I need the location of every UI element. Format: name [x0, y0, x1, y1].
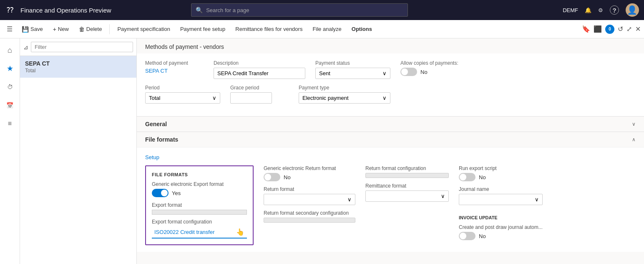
bell-icon[interactable]: 🔔	[585, 7, 591, 13]
form-row-2: Period Total ∨ Grace period 0 Payment ty…	[145, 85, 636, 104]
panel-icon[interactable]: ⬛	[594, 25, 602, 33]
export-format-config-input[interactable]: ISO20022 Credit transfer 👆	[152, 226, 247, 239]
save-button[interactable]: 💾 Save	[18, 24, 47, 34]
file-formats-grid: FILE FORMATS Generic electronic Export f…	[145, 165, 636, 245]
period-select[interactable]: Total ∨	[145, 92, 220, 104]
grace-period-label: Grace period	[230, 85, 289, 91]
run-export-script-label: Run export script	[459, 165, 543, 171]
action-bar: ☰ 💾 Save + New 🗑 Delete Payment specific…	[0, 20, 644, 38]
remittance-format-label: Remittance format	[365, 183, 449, 189]
page-title: Methods of payment - vendors	[145, 43, 636, 50]
list-item-title: SEPA CT	[25, 60, 131, 67]
file-analyze-button[interactable]: File analyze	[308, 24, 345, 34]
help-icon[interactable]: ?	[610, 5, 619, 15]
payment-status-field: Payment status Sent ∨	[315, 60, 390, 79]
return-format-field-label: Return format	[264, 186, 355, 192]
far-left-sidebar: ⌂ ★ ⏱ 📅 ≡	[0, 38, 20, 264]
chevron-down-icon: ∨	[382, 70, 387, 76]
sidebar-calendar-icon[interactable]: 📅	[2, 97, 18, 114]
export-format-field-label: Export format	[152, 202, 247, 208]
sidebar-home-icon[interactable]: ⌂	[2, 42, 18, 58]
payment-type-field: Payment type Electronic payment ∨	[299, 85, 390, 104]
refresh-icon[interactable]: ↺	[618, 25, 623, 33]
period-field: Period Total ∨	[145, 85, 220, 104]
remittance-format-select[interactable]: ∨	[365, 190, 449, 202]
return-format-secondary-label: Return format secondary configuration	[264, 210, 355, 216]
invoice-update-title: INVOICE UPDATE	[459, 215, 543, 220]
create-post-toggle-text: No	[479, 233, 486, 239]
return-format-config-label: Return format configuration	[365, 165, 449, 171]
allow-copies-toggle[interactable]	[400, 68, 417, 76]
bookmark-icon[interactable]: 🔖	[582, 25, 590, 33]
list-item[interactable]: SEPA CT Total	[20, 56, 136, 78]
export-toggle-text: Yes	[172, 190, 181, 196]
return-toggle-row: No	[264, 173, 355, 181]
return-format-chevron: ∨	[347, 196, 352, 203]
user-label: DEMF	[563, 7, 578, 13]
return-format-config-input[interactable]	[365, 173, 449, 178]
avatar[interactable]: 👤	[626, 3, 639, 17]
options-button[interactable]: Options	[347, 24, 376, 34]
new-icon: +	[53, 26, 56, 33]
hamburger-icon[interactable]: ☰	[3, 23, 16, 35]
sidebar-star-icon[interactable]: ★	[2, 60, 18, 77]
run-export-toggle[interactable]	[459, 173, 475, 181]
gear-icon[interactable]: ⚙	[598, 7, 603, 13]
left-panel: ⊿ SEPA CT Total	[20, 38, 137, 264]
filter-icon[interactable]: ⊿	[23, 44, 28, 51]
sidebar-list-icon[interactable]: ≡	[2, 115, 18, 132]
journal-name-select[interactable]: ∨	[459, 194, 543, 205]
payment-type-select[interactable]: Electronic payment ∨	[299, 92, 390, 104]
setup-link[interactable]: Setup	[145, 154, 159, 160]
payment-type-label: Payment type	[299, 85, 390, 91]
description-input[interactable]: SEPA Credit Transfer	[214, 68, 305, 79]
sidebar-clock-icon[interactable]: ⏱	[2, 79, 18, 95]
payment-status-select[interactable]: Sent ∨	[315, 68, 390, 79]
content-header: Methods of payment - vendors	[137, 38, 644, 53]
filter-input[interactable]	[31, 42, 133, 52]
return-toggle[interactable]	[264, 173, 280, 181]
export-format-input[interactable]	[152, 210, 247, 215]
payment-specification-button[interactable]: Payment specification	[113, 24, 174, 34]
file-formats-box-title: FILE FORMATS	[152, 172, 247, 177]
return-format-config-column: Return format configuration Remittance f…	[365, 165, 449, 202]
form-row-1: Method of payment SEPA CT Description SE…	[145, 60, 636, 79]
file-formats-section-header[interactable]: File formats ∧	[137, 132, 644, 147]
main-layout: ⌂ ★ ⏱ 📅 ≡ ⊿ SEPA CT Total Methods of pay…	[0, 38, 644, 264]
payment-fee-setup-button[interactable]: Payment fee setup	[176, 24, 229, 34]
top-form-section: Method of payment SEPA CT Description SE…	[137, 53, 644, 116]
file-formats-highlighted-box: FILE FORMATS Generic electronic Export f…	[145, 165, 254, 245]
description-field: Description SEPA Credit Transfer	[214, 60, 305, 79]
cursor-hand-icon: 👆	[236, 228, 244, 236]
new-button[interactable]: + New	[49, 24, 73, 34]
separator	[109, 24, 110, 34]
top-navigation: ⁇ Finance and Operations Preview 🔍 DEMF …	[0, 0, 644, 20]
payment-status-label: Payment status	[315, 60, 390, 66]
filter-bar: ⊿	[20, 38, 136, 56]
return-format-select[interactable]: ∨	[264, 194, 355, 205]
grace-period-input[interactable]: 0	[230, 92, 272, 104]
maximize-icon[interactable]: ⤢	[626, 25, 632, 33]
delete-icon: 🗑	[79, 26, 85, 33]
action-bar-right: 🔖 ⬛ 0 ↺ ⤢ ✕	[582, 25, 641, 34]
search-input[interactable]	[206, 7, 403, 13]
method-of-payment-field: Method of payment SEPA CT	[145, 60, 204, 79]
badge-count: 0	[609, 27, 611, 31]
badge-button[interactable]: 0	[605, 25, 614, 34]
create-post-toggle[interactable]	[459, 232, 475, 240]
export-toggle[interactable]	[152, 189, 169, 197]
return-format-secondary-input[interactable]	[264, 218, 355, 223]
general-section-header[interactable]: General ∨	[137, 116, 644, 132]
close-icon[interactable]: ✕	[635, 25, 641, 33]
allow-copies-label: Allow copies of payments:	[400, 60, 459, 66]
allow-copies-field: Allow copies of payments: No	[400, 60, 459, 79]
run-export-toggle-row: No	[459, 173, 543, 181]
grid-icon[interactable]: ⁇	[5, 4, 15, 16]
general-section-title: General	[145, 121, 167, 127]
method-of-payment-value[interactable]: SEPA CT	[145, 68, 204, 74]
return-toggle-text: No	[284, 174, 291, 180]
delete-button[interactable]: 🗑 Delete	[75, 24, 106, 34]
export-toggle-row: Yes	[152, 189, 247, 197]
remittance-format-chevron: ∨	[441, 193, 445, 199]
remittance-files-button[interactable]: Remittance files for vendors	[231, 24, 307, 34]
